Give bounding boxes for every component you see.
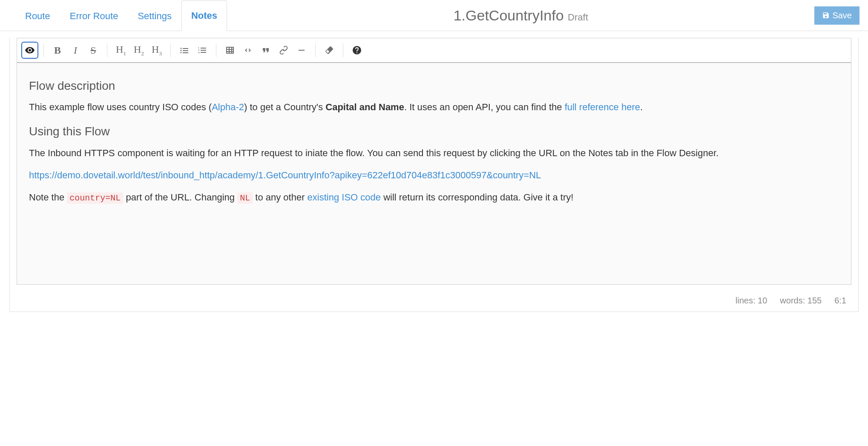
heading-flow-description: Flow description [29, 77, 839, 95]
table-button[interactable] [221, 42, 239, 59]
minus-icon [296, 45, 307, 55]
editor-box: B I S H1 H2 H3 [17, 38, 851, 285]
main-panel: B I S H1 H2 H3 [9, 38, 859, 312]
table-icon [225, 45, 235, 55]
toolbar-separator [170, 43, 171, 57]
tab-error-route[interactable]: Error Route [60, 1, 128, 31]
quote-icon [261, 45, 271, 55]
h1-button[interactable]: H1 [112, 42, 129, 59]
page-title: 1.GetCountryInfo Draft [227, 7, 814, 24]
h2-button[interactable]: H2 [130, 42, 147, 59]
status-lines: lines: 10 [736, 296, 767, 306]
italic-button[interactable]: I [67, 42, 84, 59]
h3-button[interactable]: H3 [148, 42, 165, 59]
toolbar-separator [315, 43, 316, 57]
clear-format-button[interactable] [321, 42, 338, 59]
editor-toolbar: B I S H1 H2 H3 [17, 38, 851, 63]
bullet-list-icon [179, 45, 190, 55]
tab-notes[interactable]: Notes [181, 0, 227, 31]
heading-using-flow: Using this Flow [29, 122, 839, 140]
ordered-list-button[interactable] [194, 42, 211, 59]
flow-title: 1.GetCountryInfo [454, 7, 564, 23]
eye-icon [25, 45, 35, 55]
paragraph-note: Note the country=NL part of the URL. Cha… [29, 190, 839, 205]
toolbar-separator [343, 43, 343, 57]
paragraph-inbound: The Inbound HTTPS component is waiting f… [29, 146, 839, 160]
bold-capital-name: Capital and Name [325, 102, 404, 112]
preview-button[interactable] [21, 42, 38, 59]
tab-route[interactable]: Route [15, 1, 60, 31]
flow-status: Draft [568, 12, 588, 23]
tabs: Route Error Route Settings Notes [0, 0, 227, 31]
save-label: Save [832, 11, 852, 20]
editor-content: Flow description This example flow uses … [17, 63, 851, 284]
save-button[interactable]: Save [814, 6, 859, 25]
link-icon [279, 45, 289, 55]
bullet-list-button[interactable] [176, 42, 193, 59]
bold-button[interactable]: B [49, 42, 66, 59]
help-icon [352, 45, 362, 55]
code-button[interactable] [239, 42, 256, 59]
status-words: words: 155 [780, 296, 822, 306]
save-icon [822, 11, 830, 19]
link-full-reference[interactable]: full reference here [565, 102, 640, 112]
status-cursor: 6:1 [834, 296, 846, 306]
toolbar-separator [107, 43, 107, 57]
code-country-nl: country=NL [67, 192, 123, 204]
quote-button[interactable] [257, 42, 274, 59]
link-iso-code[interactable]: existing ISO code [308, 192, 381, 203]
top-bar: Route Error Route Settings Notes 1.GetCo… [0, 0, 868, 31]
link-demo-url[interactable]: https://demo.dovetail.world/test/inbound… [29, 170, 541, 180]
toolbar-separator [216, 43, 216, 57]
code-nl: NL [237, 192, 253, 204]
toolbar-separator [43, 43, 44, 57]
paragraph-url: https://demo.dovetail.world/test/inbound… [29, 168, 839, 183]
paragraph-intro: This example flow uses country ISO codes… [29, 100, 839, 114]
strikethrough-button[interactable]: S [85, 42, 102, 59]
link-alpha2[interactable]: Alpha-2 [212, 102, 244, 112]
link-button[interactable] [275, 42, 292, 59]
status-bar: lines: 10 words: 155 6:1 [10, 292, 858, 312]
code-icon [243, 45, 253, 55]
hr-button[interactable] [293, 42, 310, 59]
ordered-list-icon [197, 45, 207, 55]
tab-settings[interactable]: Settings [128, 1, 181, 31]
eraser-icon [324, 45, 334, 55]
help-button[interactable] [348, 42, 365, 59]
